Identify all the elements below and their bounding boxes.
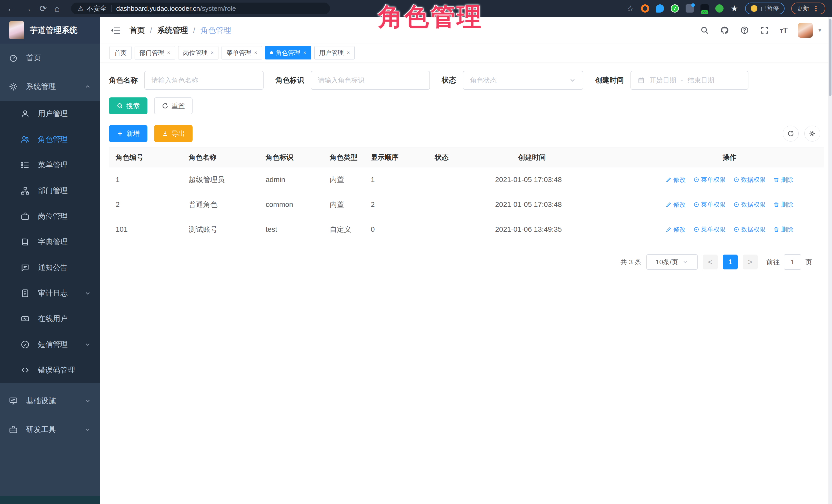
reset-button[interactable]: 重置 [154, 98, 192, 114]
data-perm-link[interactable]: 数据权限 [733, 176, 765, 184]
delete-link[interactable]: 删除 [773, 176, 793, 184]
close-icon[interactable]: × [347, 50, 350, 56]
tab-post[interactable]: 岗位管理 × [178, 46, 219, 59]
table-row: 2 普通角色 common 内置 2 2021-01-05 17:03:48 修… [109, 192, 824, 217]
add-button[interactable]: 新增 [109, 125, 148, 142]
logo[interactable]: 芋道管理系统 [0, 17, 100, 44]
paused-badge[interactable]: 已暂停 [745, 3, 785, 15]
tab-role[interactable]: 角色管理 × [265, 46, 311, 59]
sidebar-item-depts[interactable]: 部门管理 [0, 178, 100, 204]
tab-home[interactable]: 首页 [109, 46, 132, 59]
avatar-caret-icon[interactable]: ▾ [818, 27, 821, 33]
close-icon[interactable]: × [254, 50, 257, 56]
font-size-icon[interactable]: TT [780, 26, 788, 35]
download-icon [162, 130, 168, 137]
logo-avatar [9, 21, 24, 39]
status-select[interactable]: 角色状态 [463, 71, 583, 90]
role-key-input[interactable]: 请输入角色标识 [311, 71, 430, 90]
sidebar-item-online-users[interactable]: 在线用户 [0, 306, 100, 332]
main: 首页 / 系统管理 / 角色管理 TT [100, 17, 832, 504]
refresh-icon [162, 103, 168, 109]
close-icon[interactable]: × [303, 50, 306, 56]
extension-star-icon[interactable]: ★ [730, 4, 738, 12]
tab-user[interactable]: 用户管理 × [314, 46, 355, 59]
user-avatar[interactable] [798, 23, 813, 38]
close-icon[interactable]: × [211, 50, 214, 56]
sidebar-item-error-codes[interactable]: 错误码管理 [0, 357, 100, 383]
goto-page-input[interactable]: 1 [784, 254, 801, 270]
search-actions: 搜索 重置 [109, 98, 824, 114]
sidebar-bottom-group: 基础设施 研发工具 [0, 383, 100, 444]
role-name-input[interactable]: 请输入角色名称 [144, 71, 264, 90]
extension-leaf-icon[interactable] [716, 4, 724, 12]
extension-grid-icon[interactable] [685, 4, 694, 12]
chevron-down-icon [569, 77, 576, 84]
dashboard-icon [9, 53, 18, 62]
sidebar-item-dict[interactable]: 字典管理 [0, 229, 100, 255]
fullscreen-icon[interactable] [760, 25, 770, 35]
message-icon [21, 263, 30, 272]
data-perm-link[interactable]: 数据权限 [733, 201, 765, 209]
back-icon[interactable]: ← [7, 4, 16, 13]
edit-link[interactable]: 修改 [666, 226, 685, 234]
sidebar-item-menus[interactable]: 菜单管理 [0, 152, 100, 178]
edit-link[interactable]: 修改 [666, 201, 685, 209]
delete-link[interactable]: 删除 [773, 201, 793, 209]
sidebar: 芋道管理系统 首页 系统管理 用户管理 [0, 17, 100, 504]
address-bar[interactable]: ⚠ 不安全 dashboard.yudao.iocoder.cn /system… [71, 3, 330, 15]
extension-green-7-icon[interactable]: 7 [671, 4, 679, 12]
data-perm-link[interactable]: 数据权限 [733, 226, 765, 234]
scrollbar[interactable] [828, 17, 832, 504]
circle-check-icon [733, 177, 739, 183]
date-range-picker[interactable]: 开始日期 - 结束日期 [630, 71, 748, 90]
menu-perm-link[interactable]: 菜单权限 [693, 176, 726, 184]
tab-menu[interactable]: 菜单管理 × [222, 46, 262, 59]
reload-icon[interactable]: ⟳ [40, 4, 47, 13]
next-page-button[interactable]: > [743, 255, 758, 269]
collapse-sidebar-icon[interactable] [110, 26, 121, 35]
column-settings-button[interactable] [804, 126, 820, 141]
scrollbar-thumb[interactable] [829, 19, 831, 96]
sidebar-item-notice[interactable]: 通知公告 [0, 255, 100, 281]
breadcrumb-home[interactable]: 首页 [129, 25, 145, 36]
update-button[interactable]: 更新 ⋮ [791, 3, 825, 15]
refresh-table-button[interactable] [783, 126, 799, 141]
menu-perm-link[interactable]: 菜单权限 [693, 226, 726, 234]
page-size-select[interactable]: 10条/页 [646, 254, 698, 270]
sidebar-item-label: 部门管理 [38, 186, 68, 196]
trash-icon [773, 202, 779, 208]
sidebar-item-sms[interactable]: 短信管理 [0, 332, 100, 357]
help-icon[interactable] [740, 25, 749, 35]
search-icon[interactable] [700, 25, 709, 35]
menu-perm-link[interactable]: 菜单权限 [693, 201, 726, 209]
sidebar-item-users[interactable]: 用户管理 [0, 101, 100, 127]
extension-blue-icon[interactable] [656, 4, 664, 12]
page-1-button[interactable]: 1 [723, 255, 738, 269]
delete-link[interactable]: 删除 [773, 226, 793, 234]
export-button[interactable]: 导出 [154, 125, 192, 142]
extension-orange-icon[interactable] [641, 4, 649, 12]
role-name-label: 角色名称 [109, 75, 138, 85]
sidebar-item-label: 在线用户 [38, 314, 68, 324]
chevron-down-icon [682, 259, 688, 265]
sidebar-item-infra[interactable]: 基础设施 [0, 387, 100, 415]
sidebar-item-roles[interactable]: 角色管理 [0, 127, 100, 152]
home-icon[interactable]: ⌂ [55, 4, 60, 13]
browser-menu-icon[interactable]: ⋮ [812, 4, 820, 13]
prev-page-button[interactable]: < [703, 255, 718, 269]
search-button[interactable]: 搜索 [109, 98, 148, 114]
edit-link[interactable]: 修改 [666, 176, 685, 184]
extension-dark-on-icon[interactable]: on [700, 4, 709, 12]
github-icon[interactable] [720, 25, 729, 35]
sidebar-item-system[interactable]: 系统管理 [0, 72, 100, 101]
close-icon[interactable]: × [167, 50, 170, 56]
tab-dept[interactable]: 部门管理 × [135, 46, 175, 59]
sidebar-item-audit-log[interactable]: 审计日志 [0, 281, 100, 306]
bookmark-star-icon[interactable]: ☆ [626, 4, 634, 12]
edit-icon [666, 227, 672, 233]
forward-icon[interactable]: → [23, 4, 32, 13]
sidebar-item-home[interactable]: 首页 [0, 44, 100, 72]
breadcrumb-system[interactable]: 系统管理 [157, 25, 188, 36]
sidebar-item-posts[interactable]: 岗位管理 [0, 204, 100, 229]
sidebar-item-devtools[interactable]: 研发工具 [0, 415, 100, 444]
